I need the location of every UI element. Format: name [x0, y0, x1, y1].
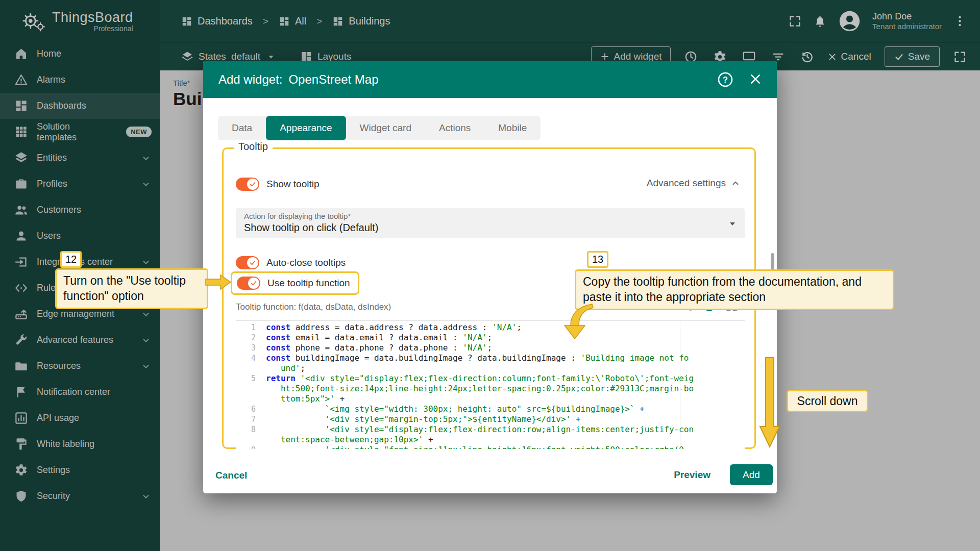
- dialog-close-icon[interactable]: [748, 72, 763, 86]
- code-line[interactable]: 8 '<div style="display:flex;flex-directi…: [236, 424, 745, 445]
- line-number: 8: [236, 424, 259, 435]
- code-line[interactable]: 6 `<img style="width: 300px; height: aut…: [236, 404, 745, 414]
- toggle-check-icon: [249, 181, 256, 188]
- code-line[interactable]: 5return '<div style="display:flex;flex-d…: [236, 373, 745, 404]
- code-line-text: const address = data.address ? data.addr…: [259, 322, 694, 333]
- auto-close-toggle[interactable]: [236, 256, 259, 269]
- step-12-arrow: [205, 273, 232, 291]
- code-line-text: const email = data.email ? data.email : …: [259, 333, 694, 343]
- code-line-text: '<div style="display:flex;flex-direction…: [259, 424, 694, 445]
- editor-print-margin: [680, 320, 680, 449]
- svg-text:?: ?: [723, 75, 728, 84]
- preview-button[interactable]: Preview: [674, 469, 710, 481]
- line-number: 7: [236, 414, 259, 424]
- dialog-title-name: OpenStreet Map: [288, 72, 378, 87]
- line-number: 2: [236, 333, 259, 343]
- line-number: 5: [236, 373, 259, 384]
- scroll-down-label: Scroll down: [787, 390, 868, 412]
- step-13-callout: Copy the tooltip function from the docum…: [575, 269, 894, 310]
- show-tooltip-row: Show tooltip: [236, 176, 320, 193]
- code-line-text: const buildingImage = data.buildingImage…: [259, 353, 694, 373]
- use-tooltip-function-label: Use tooltip function: [267, 278, 350, 289]
- tab-bar: DataAppearanceWidget cardActionsMobile: [218, 116, 541, 140]
- tab-actions[interactable]: Actions: [425, 116, 484, 140]
- step-12-badge: 12: [60, 251, 82, 268]
- dialog-title-prefix: Add widget:: [218, 72, 282, 87]
- code-editor-lines: 1const address = data.address ? data.add…: [236, 322, 745, 449]
- code-line[interactable]: 3const phone = data.phone ? data.phone :…: [236, 343, 745, 353]
- code-line[interactable]: 2const email = data.email ? data.email :…: [236, 333, 745, 343]
- code-line[interactable]: 7 '<div style="margin-top:5px;">${entity…: [236, 414, 745, 424]
- scroll-down-arrow: [759, 357, 780, 448]
- tooltip-section-legend: Tooltip: [234, 141, 273, 153]
- auto-close-label: Auto-close tooltips: [266, 257, 346, 268]
- tab-mobile[interactable]: Mobile: [484, 116, 541, 140]
- line-number: 4: [236, 353, 259, 363]
- code-line-text: '<div style="font-size:11px;line-height:…: [259, 445, 694, 449]
- line-number: 3: [236, 343, 259, 353]
- tooltip-action-select[interactable]: Action for displaying the tooltip* Show …: [236, 208, 745, 238]
- tooltip-action-label: Action for displaying the tooltip*: [244, 212, 351, 220]
- tab-widget-card[interactable]: Widget card: [346, 116, 425, 140]
- auto-close-row: Auto-close tooltips: [236, 254, 346, 271]
- toggle-check-icon: [249, 259, 256, 266]
- tooltip-function-label: Tooltip function: f(data, dsData, dsInde…: [236, 302, 391, 312]
- dialog-header: Add widget: OpenStreet Map ?: [203, 61, 777, 98]
- line-number: 1: [236, 322, 259, 333]
- dialog-cancel-button[interactable]: Cancel: [215, 470, 247, 481]
- step-13-arrow: [560, 302, 601, 340]
- code-line[interactable]: 9 '<div style="font-size:11px;line-heigh…: [236, 445, 745, 449]
- toggle-check-icon: [250, 280, 257, 287]
- show-tooltip-label: Show tooltip: [266, 179, 320, 190]
- help-icon[interactable]: ?: [717, 71, 734, 88]
- step-13-badge: 13: [587, 251, 608, 268]
- show-tooltip-toggle[interactable]: [236, 178, 259, 191]
- step-12-callout: Turn on the "Use tooltip function" optio…: [55, 268, 208, 309]
- code-line-text: const phone = data.phone ? data.phone : …: [259, 343, 694, 353]
- use-tooltip-function-row: Use tooltip function: [237, 274, 350, 292]
- line-number: 6: [236, 404, 259, 414]
- advanced-settings-toggle[interactable]: Advanced settings: [647, 178, 741, 189]
- code-editor[interactable]: 1const address = data.address ? data.add…: [236, 320, 745, 449]
- code-line[interactable]: 4const buildingImage = data.buildingImag…: [236, 353, 745, 373]
- dialog-actions: Preview Add: [674, 464, 773, 485]
- tooltip-action-value: Show tooltip on click (Default): [244, 222, 378, 234]
- code-line-text: '<div style="margin-top:5px;">${entityNa…: [259, 414, 694, 424]
- code-line[interactable]: 1const address = data.address ? data.add…: [236, 322, 745, 333]
- caret-down-icon: [726, 217, 739, 230]
- chevron-up-icon: [730, 178, 741, 189]
- advanced-settings-label: Advanced settings: [647, 178, 726, 189]
- tab-data[interactable]: Data: [218, 116, 266, 140]
- code-line-text: `<img style="width: 300px; height: auto"…: [259, 404, 694, 414]
- tab-appearance[interactable]: Appearance: [266, 116, 346, 140]
- code-line-text: return '<div style="display:flex;flex-di…: [259, 373, 694, 404]
- line-number: 9: [236, 445, 259, 449]
- use-tooltip-function-toggle[interactable]: [237, 277, 260, 290]
- add-button[interactable]: Add: [730, 464, 773, 485]
